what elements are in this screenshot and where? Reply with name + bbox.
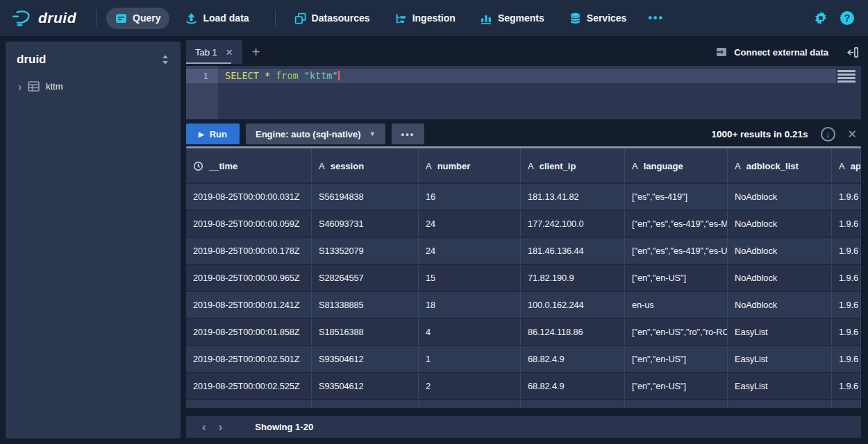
table-cell[interactable]: ["en","en-US"] xyxy=(625,373,728,399)
table-cell[interactable]: 2019-08-25T00:00:00.059Z xyxy=(186,211,312,237)
nav-more-button[interactable]: ••• xyxy=(642,12,669,24)
table-cell[interactable]: 1.9.6 xyxy=(832,265,861,291)
table-cell[interactable]: 1.9.6 xyxy=(832,400,861,408)
table-cell[interactable]: 68.82.4.9 xyxy=(521,373,625,399)
table-cell[interactable]: 15 xyxy=(419,265,521,291)
horizontal-scrollbar[interactable] xyxy=(186,146,861,148)
table-cell[interactable]: 181.46.136.44 xyxy=(521,238,625,264)
table-cell[interactable]: S28264557 xyxy=(312,265,419,291)
table-cell[interactable]: 1.9.6 xyxy=(832,373,861,399)
table-cell[interactable]: 2019-08-25T00:00:02.688Z xyxy=(186,400,312,408)
column-header-adblock_list[interactable]: Aadblock_list xyxy=(728,149,832,182)
table-cell[interactable]: 2019-08-25T00:00:00.965Z xyxy=(186,265,312,291)
table-cell[interactable]: S81338885 xyxy=(312,292,419,318)
collapse-panel-icon[interactable] xyxy=(846,46,860,59)
column-header-session[interactable]: Asession xyxy=(312,149,419,182)
table-cell[interactable]: NoAdblock xyxy=(728,265,832,291)
table-cell[interactable]: 2 xyxy=(419,373,521,399)
table-cell[interactable]: ["en","en-US"] xyxy=(625,346,728,372)
nav-item-services[interactable]: Services xyxy=(560,8,636,29)
sidebar-item-kttm[interactable]: › kttm xyxy=(6,75,181,98)
next-page-icon[interactable]: › xyxy=(212,420,229,434)
column-header-language[interactable]: Alanguage xyxy=(625,149,728,182)
table-cell[interactable]: 4 xyxy=(419,319,521,345)
table-cell[interactable]: 177.242.100.0 xyxy=(521,211,625,237)
table-cell[interactable]: 16 xyxy=(419,184,521,210)
download-icon[interactable]: ↓ xyxy=(821,127,835,142)
table-cell[interactable]: S93504612 xyxy=(312,346,419,372)
table-cell[interactable]: NoAdblock xyxy=(728,400,832,408)
column-header-client_ip[interactable]: Aclient_ip xyxy=(521,149,625,182)
table-cell[interactable]: 2019-08-25T00:00:02.525Z xyxy=(186,373,312,399)
chevron-right-icon[interactable]: › xyxy=(18,79,22,93)
table-cell[interactable]: S13352079 xyxy=(312,238,419,264)
table-cell[interactable]: 1.9.6 xyxy=(832,211,861,237)
table-cell[interactable]: en-us xyxy=(625,400,728,408)
table-cell[interactable]: 2019-08-25T00:00:00.031Z xyxy=(186,184,312,210)
tab-close-icon[interactable]: ✕ xyxy=(226,47,233,58)
table-cell[interactable]: S18516388 xyxy=(312,319,419,345)
table-cell[interactable]: ["en","es","es-419","es-MX"] xyxy=(625,211,728,237)
table-cell[interactable]: 2019-08-25T00:00:02.501Z xyxy=(186,346,312,372)
help-icon[interactable]: ? xyxy=(840,11,854,25)
table-cell[interactable]: S46093731 xyxy=(312,211,419,237)
table-cell[interactable]: NoAdblock xyxy=(728,292,832,318)
table-cell[interactable]: 18 xyxy=(419,292,521,318)
table-cell[interactable]: 24 xyxy=(419,238,521,264)
table-cell[interactable]: 1.9.6 xyxy=(832,184,861,210)
table-cell[interactable]: ["en","en-US","ro","ro-RO"] xyxy=(625,319,728,345)
nav-item-datasources[interactable]: Datasources xyxy=(285,8,379,29)
table-cell[interactable]: EasyList xyxy=(728,373,832,399)
table-cell[interactable]: 2019-08-25T00:00:00.178Z xyxy=(186,238,312,264)
table-cell[interactable]: en-us xyxy=(625,292,728,318)
table-cell[interactable]: EasyList xyxy=(728,346,832,372)
run-button[interactable]: ▶ Run xyxy=(186,123,240,144)
table-cell[interactable]: 1.9.6 xyxy=(832,238,861,264)
sql-editor[interactable]: 1 SELECT * from "kttm" xyxy=(186,66,861,119)
table-cell[interactable]: ["es","es-419"] xyxy=(625,184,728,210)
table-cell[interactable]: 2019-08-25T00:00:01.241Z xyxy=(186,292,312,318)
table-cell[interactable]: ["en","es","es-419","es-US"] xyxy=(625,238,728,264)
table-cell[interactable]: 6 xyxy=(419,400,521,408)
table-cell[interactable]: 72.93.52.73 xyxy=(521,400,625,408)
nav-item-segments[interactable]: Segments xyxy=(471,8,553,29)
table-cell[interactable]: NoAdblock xyxy=(728,238,832,264)
table-cell[interactable]: 24 xyxy=(419,211,521,237)
table-cell[interactable]: S10902483 xyxy=(312,400,419,408)
nav-item-query[interactable]: Query xyxy=(106,8,169,29)
table-cell[interactable]: S56194838 xyxy=(312,184,419,210)
table-cell[interactable]: EasyList xyxy=(728,319,832,345)
column-header-app_version[interactable]: Aapp_version xyxy=(832,149,861,182)
more-options-button[interactable]: ••• xyxy=(392,123,425,144)
table-cell[interactable]: 68.82.4.9 xyxy=(521,346,625,372)
table-cell[interactable]: 2019-08-25T00:00:01.858Z xyxy=(186,319,312,345)
tab-1[interactable]: Tab 1 ✕ xyxy=(186,40,242,64)
table-cell[interactable]: 1.9.6 xyxy=(832,319,861,345)
engine-select-button[interactable]: Engine: auto (sql-native) ▼ xyxy=(246,123,385,144)
druid-brand[interactable]: druid xyxy=(11,8,76,28)
editor-menu-icon[interactable] xyxy=(837,70,856,84)
table-cell[interactable]: NoAdblock xyxy=(728,184,832,210)
table-cell[interactable]: 71.82.190.9 xyxy=(521,265,625,291)
table-cell[interactable]: 1.9.6 xyxy=(832,346,861,372)
table-cell[interactable]: 100.0.162.244 xyxy=(521,292,625,318)
table-cell[interactable]: NoAdblock xyxy=(728,211,832,237)
nav-item-ingestion[interactable]: Ingestion xyxy=(386,8,465,29)
close-results-icon[interactable]: ✕ xyxy=(848,128,857,141)
sort-toggle-icon[interactable] xyxy=(161,54,169,65)
sql-query-line[interactable]: SELECT * from "kttm" xyxy=(218,69,836,83)
nav-item-load-data[interactable]: Load data xyxy=(176,8,258,29)
editor-code-area[interactable]: SELECT * from "kttm" xyxy=(218,66,861,119)
table-cell[interactable]: S93504612 xyxy=(312,373,419,399)
table-cell[interactable]: 1 xyxy=(419,346,521,372)
table-cell[interactable]: ["en","en-US"] xyxy=(625,265,728,291)
prev-page-icon[interactable]: ‹ xyxy=(196,420,212,434)
add-tab-button[interactable]: + xyxy=(242,40,270,64)
table-cell[interactable]: 86.124.118.86 xyxy=(521,319,625,345)
table-cell[interactable]: 181.13.41.82 xyxy=(521,184,625,210)
table-cell[interactable]: 1.9.6 xyxy=(832,292,861,318)
settings-gear-icon[interactable] xyxy=(814,11,828,25)
connect-external-data-button[interactable]: Connect external data xyxy=(715,46,828,58)
column-header-number[interactable]: Anumber xyxy=(419,149,521,182)
column-header-__time[interactable]: __time xyxy=(186,149,312,182)
